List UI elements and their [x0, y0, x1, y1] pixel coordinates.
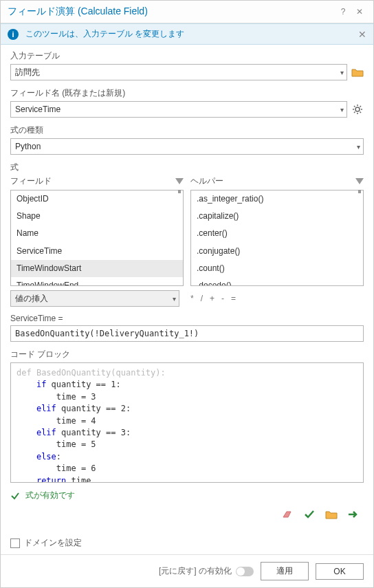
operator-button[interactable]: = [231, 294, 236, 303]
field-settings-button[interactable] [351, 103, 364, 116]
list-item[interactable]: .decode() [191, 277, 363, 286]
expr-type-label: 式の種類 [10, 124, 364, 136]
list-item[interactable]: ObjectID [11, 190, 183, 208]
funnel-icon [175, 178, 184, 184]
list-item[interactable]: .count() [191, 260, 363, 277]
calculate-field-dialog: フィールド演算 (Calculate Field) ? ✕ i このツールは、入… [0, 0, 374, 588]
list-item[interactable]: ServiceTime [11, 243, 183, 260]
ok-button[interactable]: OK [316, 563, 364, 580]
chevron-down-icon: ▾ [173, 295, 176, 303]
expr-type-dropdown[interactable]: Python ▾ [10, 138, 364, 155]
helpers-list[interactable]: .as_integer_ratio().capitalize().center(… [190, 190, 364, 286]
expr-type-value: Python [15, 142, 41, 151]
operator-button[interactable]: / [201, 294, 203, 303]
funnel-icon [355, 178, 364, 184]
validate-button[interactable] [303, 508, 316, 521]
expression-input[interactable]: BasedOnQuantity(!DeliveryQuantity_1!) [10, 325, 364, 342]
operator-button[interactable]: * [190, 294, 194, 303]
chevron-down-icon: ▾ [340, 106, 344, 113]
field-name-label: フィールド名 (既存または新規) [10, 87, 364, 99]
domain-checkbox[interactable] [10, 538, 20, 548]
input-table-value: 訪問先 [15, 67, 40, 78]
info-dismiss-button[interactable]: ✕ [358, 29, 366, 40]
list-item[interactable]: TimeWindowEnd [11, 277, 183, 286]
clear-button[interactable] [281, 508, 294, 521]
help-button[interactable]: ? [336, 5, 350, 19]
info-banner: i このツールは、入力テーブル を変更します ✕ [1, 23, 373, 45]
footer: [元に戻す] の有効化 適用 OK [1, 554, 373, 587]
undo-enable-label: [元に戻す] の有効化 [159, 565, 232, 577]
list-item[interactable]: .as_integer_ratio() [191, 190, 363, 208]
codeblock-textarea[interactable]: def BasedOnQuantity(quantity): if quanti… [10, 362, 364, 483]
undo-enable-row: [元に戻す] の有効化 [159, 565, 254, 577]
svg-point-0 [355, 107, 360, 111]
expression-field-label: ServiceTime = [10, 314, 364, 323]
info-icon: i [8, 29, 19, 40]
fields-column-title: フィールド [10, 175, 175, 187]
export-button[interactable] [347, 508, 360, 521]
list-item[interactable]: .capitalize() [191, 208, 363, 225]
undo-enable-toggle[interactable] [236, 567, 254, 576]
info-text: このツールは、入力テーブル を変更します [25, 28, 358, 40]
validation-row: 式が有効です [10, 490, 364, 501]
helpers-column-title: ヘルパー [190, 175, 355, 187]
list-item[interactable]: Name [11, 225, 183, 242]
validation-text: 式が有効です [25, 490, 75, 501]
operator-button[interactable]: + [210, 294, 214, 303]
field-name-value: ServiceTime [15, 105, 60, 114]
content-area: 入力テーブル 訪問先 ▾ フィールド名 (既存または新規) ServiceTim… [1, 45, 373, 554]
browse-folder-button[interactable] [351, 66, 364, 78]
input-table-dropdown[interactable]: 訪問先 ▾ [10, 64, 347, 80]
check-icon [10, 491, 20, 501]
insert-value-text: 値の挿入 [15, 293, 48, 305]
list-item[interactable]: .conjugate() [191, 243, 363, 260]
expression-text: BasedOnQuantity(!DeliveryQuantity_1!) [15, 329, 199, 338]
fields-list[interactable]: ObjectIDShapeNameServiceTimeTimeWindowSt… [10, 190, 184, 286]
window-title: フィールド演算 (Calculate Field) [8, 6, 333, 18]
chevron-down-icon: ▾ [357, 143, 360, 151]
apply-button[interactable]: 適用 [261, 562, 309, 580]
operator-button[interactable]: - [221, 294, 224, 303]
codeblock-label: コード ブロック [10, 349, 364, 360]
titlebar: フィールド演算 (Calculate Field) ? ✕ [1, 1, 373, 23]
open-button[interactable] [325, 508, 338, 521]
field-name-dropdown[interactable]: ServiceTime ▾ [10, 101, 347, 118]
list-item[interactable]: .center() [191, 225, 363, 242]
list-item[interactable]: TimeWindowStart [11, 260, 183, 277]
fields-filter-button[interactable] [175, 177, 184, 186]
insert-value-dropdown[interactable]: 値の挿入 ▾ [10, 290, 179, 307]
expression-section-label: 式 [10, 162, 364, 173]
list-item[interactable]: Shape [11, 208, 183, 225]
close-button[interactable]: ✕ [353, 5, 366, 19]
domain-checkbox-label: ドメインを設定 [24, 537, 82, 549]
operator-buttons: */+-= [185, 294, 236, 303]
input-table-label: 入力テーブル [10, 50, 364, 62]
chevron-down-icon: ▾ [340, 69, 344, 76]
helpers-filter-button[interactable] [355, 177, 364, 186]
